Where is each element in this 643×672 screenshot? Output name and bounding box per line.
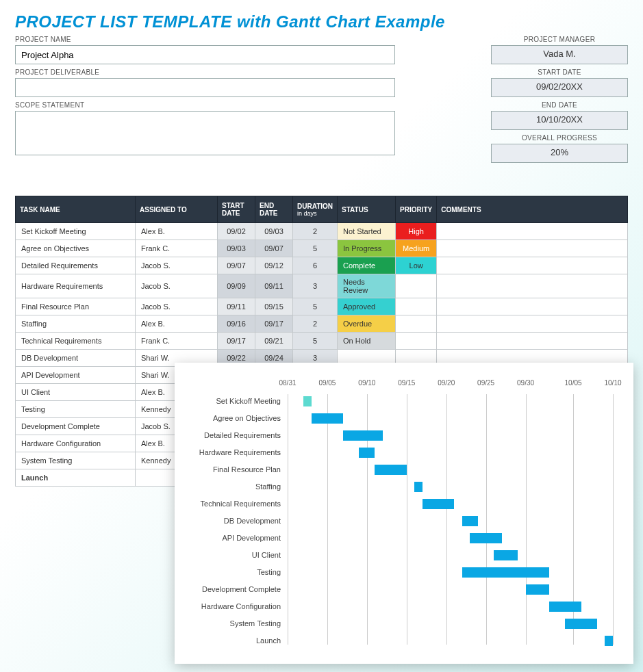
cell-assigned: Alex B. (136, 223, 218, 240)
cell-comments (437, 298, 628, 315)
cell-task: Launch (16, 469, 136, 487)
cell-task: Development Complete (16, 418, 136, 435)
cell-comments (437, 223, 628, 240)
gantt-row: Staffing (181, 480, 613, 496)
cell-assigned: Frank C. (136, 240, 218, 257)
cell-end: 09/15 (255, 298, 293, 315)
table-row[interactable]: Hardware RequirementsJacob S.09/0909/113… (16, 274, 628, 298)
gantt-bar (470, 533, 501, 543)
cell-end: 09/11 (255, 274, 293, 298)
cell-start: 09/03 (218, 240, 255, 257)
cell-status: On Hold (338, 333, 396, 350)
col-comments: COMMENTS (437, 196, 628, 223)
cell-duration: 5 (293, 298, 338, 315)
scope-statement-field[interactable] (15, 111, 395, 155)
table-row[interactable]: Technical RequirementsFrank C.09/1709/21… (16, 333, 628, 350)
label-pm: PROJECT MANAGER (491, 36, 628, 43)
cell-status: Not Started (338, 223, 396, 240)
cell-status: Overdue (338, 315, 396, 333)
gantt-row-label: Hardware Requirements (181, 448, 281, 456)
gantt-row-label: Detailed Requirements (181, 431, 281, 439)
gantt-row-label: Agree on Objectives (181, 414, 281, 422)
cell-end: 09/21 (255, 333, 293, 350)
cell-assigned: Frank C. (136, 333, 218, 350)
cell-status: Needs Review (338, 274, 396, 298)
axis-tick: 10/05 (565, 379, 582, 387)
gantt-row-label: UI Client (181, 551, 281, 559)
cell-priority: Medium (396, 240, 437, 257)
col-assigned: ASSIGNED TO (136, 196, 218, 223)
cell-status: Complete (338, 257, 396, 274)
gantt-row-label: Technical Requirements (181, 500, 281, 508)
col-end: END DATE (255, 196, 293, 223)
table-row[interactable]: Detailed RequirementsJacob S.09/0709/126… (16, 257, 628, 274)
table-row[interactable]: Agree on ObjectivesFrank C.09/0309/075In… (16, 240, 628, 257)
cell-task: Hardware Configuration (16, 435, 136, 452)
axis-tick: 09/05 (318, 379, 336, 387)
cell-comments (437, 274, 628, 298)
gantt-row: Agree on Objectives (181, 411, 613, 428)
gantt-bar (565, 619, 596, 629)
cell-duration: 5 (293, 333, 338, 350)
gantt-bar (359, 448, 375, 458)
gantt-row: API Development (181, 531, 613, 547)
table-row[interactable]: Final Resource PlanJacob S.09/1109/155Ap… (16, 298, 628, 315)
gantt-chart: 08/3109/0509/1009/1509/2009/2509/3010/05… (175, 363, 633, 664)
cell-duration: 5 (293, 240, 338, 257)
project-deliverable-field[interactable] (15, 78, 395, 97)
axis-tick: 09/25 (477, 379, 494, 387)
gantt-bar (414, 482, 423, 492)
label-scope: SCOPE STATEMENT (15, 101, 395, 109)
cell-priority (396, 333, 437, 350)
cell-assigned: Jacob S. (136, 257, 218, 274)
cell-end: 09/07 (255, 240, 293, 257)
gantt-row: DB Development (181, 514, 613, 530)
axis-tick: 10/10 (604, 379, 621, 387)
gantt-bar (423, 499, 454, 509)
cell-duration: 3 (293, 274, 338, 298)
cell-priority: Low (396, 257, 437, 274)
cell-task: Agree on Objectives (16, 240, 136, 257)
label-deliverable: PROJECT DELIVERABLE (15, 68, 395, 76)
gantt-bar (605, 636, 613, 646)
cell-start: 09/16 (218, 315, 255, 333)
gantt-row: Hardware Configuration (181, 599, 613, 616)
cell-duration: 6 (293, 257, 338, 274)
axis-tick: 08/31 (279, 379, 296, 387)
cell-priority (396, 274, 437, 298)
end-date-field[interactable]: 10/10/20XX (491, 111, 628, 130)
table-row[interactable]: Set Kickoff MeetingAlex B.09/0209/032Not… (16, 223, 628, 240)
cell-comments (437, 240, 628, 257)
axis-tick: 09/10 (358, 379, 375, 387)
cell-task: Testing (16, 401, 136, 418)
gantt-row-label: Final Resource Plan (181, 465, 281, 474)
gantt-row: Set Kickoff Meeting (181, 394, 613, 411)
cell-status: Approved (338, 298, 396, 315)
gantt-row-label: Staffing (181, 482, 281, 491)
cell-task: UI Client (16, 384, 136, 401)
gantt-row: Detailed Requirements (181, 428, 613, 445)
cell-comments (437, 315, 628, 333)
cell-status: In Progress (338, 240, 396, 257)
gantt-row-label: Set Kickoff Meeting (181, 397, 281, 405)
col-priority: PRIORITY (396, 196, 437, 223)
table-header: TASK NAME ASSIGNED TO START DATE END DAT… (16, 196, 628, 223)
cell-duration: 2 (293, 223, 338, 240)
gridline (613, 394, 614, 645)
cell-duration: 2 (293, 315, 338, 333)
project-manager-field[interactable]: Vada M. (491, 45, 628, 64)
start-date-field[interactable]: 09/02/20XX (491, 78, 628, 97)
gantt-row: UI Client (181, 548, 613, 565)
cell-task: Staffing (16, 315, 136, 333)
project-name-field[interactable] (15, 45, 395, 64)
cell-start: 09/07 (218, 257, 255, 274)
gantt-bar (526, 584, 550, 595)
table-row[interactable]: StaffingAlex B.09/1609/172Overdue (16, 315, 628, 333)
gantt-row: Launch (181, 634, 613, 650)
cell-task: API Development (16, 367, 136, 384)
gantt-row-label: Testing (181, 568, 281, 576)
cell-task: Set Kickoff Meeting (16, 223, 136, 240)
gantt-row: Hardware Requirements (181, 445, 613, 462)
gantt-bar (343, 430, 383, 441)
cell-assigned: Alex B. (136, 315, 218, 333)
